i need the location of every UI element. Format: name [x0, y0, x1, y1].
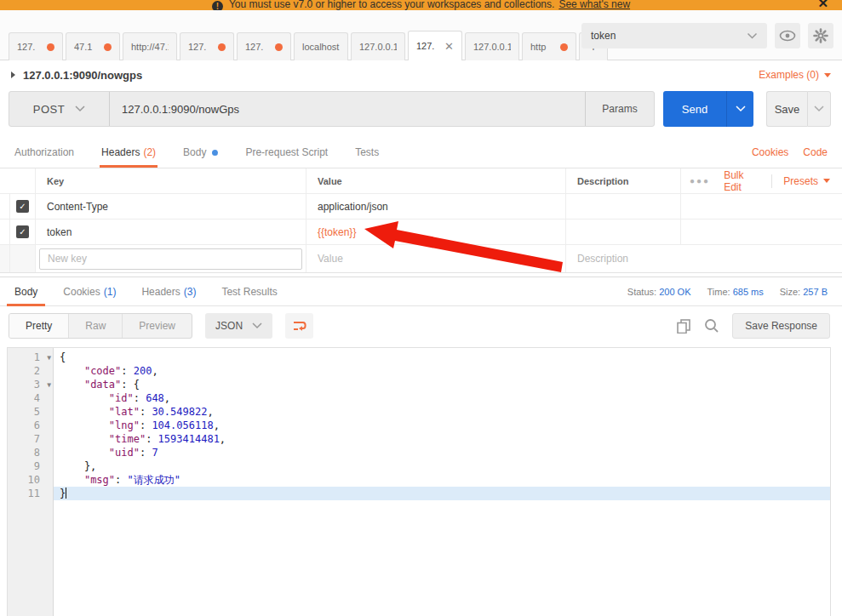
more-options-icon[interactable]: ●●●: [690, 176, 710, 185]
response-tab-body[interactable]: Body: [14, 277, 37, 306]
tab-tests[interactable]: Tests: [355, 137, 379, 168]
header-value[interactable]: application/json: [306, 194, 566, 219]
environment-value: token: [591, 30, 616, 42]
response-tab-label: Body: [14, 286, 37, 298]
send-button[interactable]: Send: [663, 91, 726, 127]
banner-close-icon[interactable]: ✕: [817, 0, 828, 10]
line-number: 6: [8, 419, 54, 432]
save-options-button[interactable]: [807, 91, 831, 127]
examples-label: Examples (0): [759, 69, 819, 81]
tab-close-icon[interactable]: ✕: [444, 40, 454, 53]
response-code-line: 10 "msg": "请求成功": [8, 473, 830, 487]
presets-dropdown[interactable]: Presets: [783, 175, 830, 187]
browser-tab[interactable]: 127.✕: [408, 31, 462, 60]
code-text: "msg": "请求成功": [54, 473, 830, 487]
gear-icon: [813, 28, 828, 43]
fold-arrow-icon[interactable]: ▼: [47, 379, 51, 392]
tab-body[interactable]: Body: [183, 137, 218, 168]
code-text: }: [54, 487, 830, 500]
chevron-down-icon: [75, 106, 85, 112]
checkbox[interactable]: ✓: [16, 225, 29, 238]
format-selector[interactable]: JSON: [205, 313, 272, 339]
browser-tab[interactable]: 127.: [9, 32, 63, 60]
headers-count-badge: (2): [143, 146, 156, 158]
header-value-text: {{token}}: [318, 226, 356, 238]
bulk-edit-link[interactable]: Bulk Edit: [724, 169, 760, 193]
response-body-editor[interactable]: 1▼{2 "code": 200,3▼ "data": {4 "id": 648…: [7, 347, 831, 616]
response-tab-headers[interactable]: Headers(3): [141, 277, 196, 306]
tab-authorization[interactable]: Authorization: [14, 137, 74, 168]
browser-tab[interactable]: 127.0.0.1:9: [351, 32, 405, 60]
text-cursor: [66, 488, 66, 499]
browser-tab[interactable]: 127.: [237, 32, 291, 60]
new-value-placeholder[interactable]: Value: [318, 253, 343, 265]
header-description[interactable]: [566, 194, 681, 219]
tab-headers-label: Headers: [101, 146, 140, 158]
tab-label: 127.0.0.1:9: [473, 42, 511, 52]
header-key[interactable]: token: [36, 220, 306, 244]
send-options-button[interactable]: [726, 91, 753, 127]
browser-tab[interactable]: 127.0.0.1:9: [465, 32, 519, 60]
banner-see-whats-new-link[interactable]: See what's new: [558, 0, 630, 10]
response-tab-label: Cookies: [63, 286, 100, 298]
code-link[interactable]: Code: [803, 146, 828, 158]
line-number: 4: [8, 391, 54, 405]
search-response-button[interactable]: [704, 318, 719, 334]
browser-tab[interactable]: 47.1: [66, 32, 120, 60]
line-number: 2: [8, 364, 54, 378]
code-text: {: [54, 351, 830, 364]
save-response-button[interactable]: Save Response: [732, 313, 830, 339]
new-key-input[interactable]: [39, 248, 302, 270]
line-number: 7: [8, 432, 54, 446]
header-key[interactable]: Content-Type: [36, 194, 306, 219]
fold-arrow-icon[interactable]: ▼: [47, 351, 51, 365]
settings-button[interactable]: [808, 23, 833, 48]
tab-pre-request-script[interactable]: Pre-request Script: [245, 137, 328, 168]
new-description-placeholder[interactable]: Description: [577, 253, 628, 265]
response-tab-cookies[interactable]: Cookies(1): [63, 277, 116, 306]
params-button[interactable]: Params: [586, 92, 654, 126]
environment-selector[interactable]: token: [581, 23, 767, 48]
tab-label: 127.0.0.1:9: [359, 42, 397, 52]
view-pretty-button[interactable]: Pretty: [9, 314, 69, 338]
response-tab-strip: BodyCookies(1)Headers(3)Test Results: [14, 277, 303, 306]
response-toolbar: Pretty Raw Preview JSON: [0, 306, 842, 347]
line-number: 11: [8, 487, 54, 500]
wrap-lines-button[interactable]: [285, 313, 313, 339]
tab-strip: 127.47.1http://47.1127.127.localhost:912…: [9, 31, 579, 60]
browser-tab[interactable]: http://47.1: [123, 32, 177, 60]
request-title: 127.0.0.1:9090/nowgps: [23, 69, 142, 82]
code-text: },: [54, 459, 830, 473]
drag-cell[interactable]: [0, 220, 10, 244]
checkbox[interactable]: ✓: [16, 200, 29, 213]
row-controls: [681, 220, 842, 244]
environment-quick-look-button[interactable]: [775, 23, 800, 48]
browser-tab[interactable]: http: [522, 32, 576, 60]
copy-response-button[interactable]: [676, 318, 691, 334]
view-preview-button[interactable]: Preview: [123, 314, 192, 338]
code-text: "data": {: [54, 378, 830, 391]
save-button[interactable]: Save: [766, 91, 807, 127]
tab-headers[interactable]: Headers (2): [101, 137, 156, 168]
cookies-link[interactable]: Cookies: [752, 146, 788, 158]
url-input[interactable]: 127.0.0.1:9090/nowGps: [110, 92, 586, 126]
banner-message: You must use v7.0 or higher to access yo…: [229, 0, 554, 10]
chevron-down-icon: [814, 106, 824, 112]
view-raw-button[interactable]: Raw: [69, 314, 123, 338]
divider: [771, 174, 772, 188]
header-description[interactable]: [566, 220, 681, 244]
method-selector[interactable]: POST: [9, 92, 110, 126]
header-value[interactable]: {{token}}: [306, 220, 566, 244]
caret-down-icon: [824, 73, 831, 77]
drag-cell[interactable]: [0, 194, 10, 219]
size-badge: Size: 257 B: [780, 287, 828, 297]
browser-tab[interactable]: 127.: [180, 32, 234, 60]
checkbox-cell: ✓: [10, 220, 36, 244]
unsaved-dot-icon: [47, 43, 54, 51]
response-code-line: 6 "lng": 104.056118,: [8, 419, 830, 432]
response-tab-test-results[interactable]: Test Results: [221, 277, 277, 306]
browser-tab[interactable]: localhost:9: [294, 32, 348, 60]
collapse-caret-icon[interactable]: [11, 71, 15, 78]
request-tabs: Authorization Headers (2) Body Pre-reque…: [0, 137, 842, 168]
examples-dropdown[interactable]: Examples (0): [759, 69, 831, 81]
